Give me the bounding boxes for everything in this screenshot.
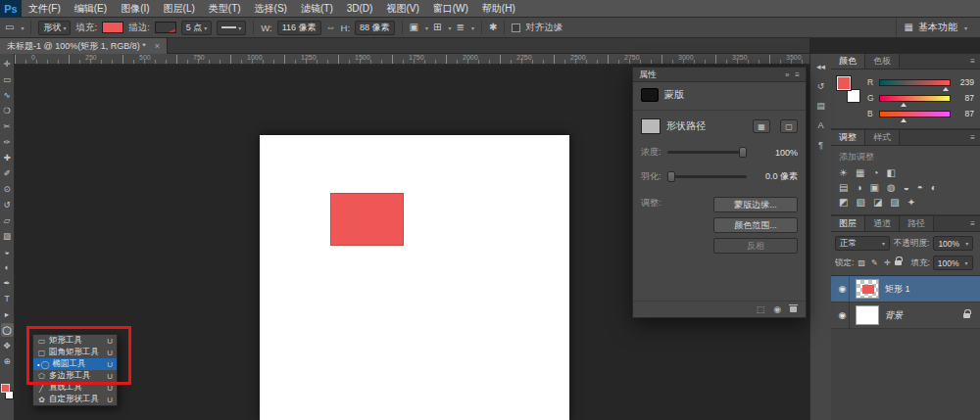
lock-pixels-icon[interactable]: ✎ (869, 258, 879, 267)
panel-menu-icon[interactable]: ≡ (965, 133, 980, 142)
height-input[interactable]: 88 像素 (355, 21, 395, 35)
red-rectangle-shape[interactable] (330, 193, 404, 246)
stroke-type-dropdown[interactable]: ▾ (217, 21, 246, 35)
adjustment-icon[interactable]: ▦ (856, 168, 864, 178)
color-range-button[interactable]: 颜色范围... (713, 217, 798, 233)
invert-button[interactable]: 反相 (713, 238, 798, 254)
menu-item[interactable]: 滤镜(T) (294, 0, 340, 17)
add-vector-mask-button[interactable]: ▢ (780, 119, 798, 133)
type-tool[interactable]: T (1, 292, 14, 305)
toggle-mask-eye-icon[interactable]: ◉ (773, 304, 781, 314)
ellipse-tool[interactable]: ◯ (1, 323, 14, 337)
visibility-eye-icon[interactable]: ◉ (836, 276, 850, 302)
tab-adjustments[interactable]: 调整 (831, 130, 865, 145)
adjustment-icon[interactable]: ▤ (839, 183, 848, 193)
feather-slider[interactable] (667, 175, 747, 178)
adjustment-icon[interactable]: ✦ (907, 198, 915, 208)
adjustment-icon[interactable]: ◐ (931, 183, 937, 193)
green-channel-value[interactable]: 87 (955, 93, 974, 103)
flyout-item-ellipse-tool[interactable]: • ◯ 椭圆工具 U (33, 358, 117, 370)
fill-dropdown[interactable]: 100% ▾ (933, 256, 973, 270)
layer-row-background[interactable]: ◉ 背景 (831, 303, 980, 329)
adjustment-icon[interactable]: ◪ (873, 198, 882, 208)
eraser-tool[interactable]: ▱ (1, 213, 14, 227)
tool-mode-dropdown[interactable]: 形状 ▾ (38, 21, 71, 35)
foreground-color-swatch[interactable] (1, 384, 10, 393)
align-edges-checkbox[interactable] (512, 23, 520, 32)
opacity-dropdown[interactable]: 100% ▾ (933, 236, 973, 251)
blue-channel-slider[interactable] (879, 111, 951, 117)
lock-position-icon[interactable]: ✛ (882, 258, 892, 267)
mask-edge-button[interactable]: 蒙版边缘... (713, 197, 798, 212)
tab-swatches[interactable]: 色板 (865, 54, 900, 69)
brush-tool[interactable]: ✐ (1, 166, 14, 180)
menu-item[interactable]: 视图(V) (379, 0, 425, 17)
zoom-tool[interactable]: ⊕ (1, 354, 14, 368)
blend-mode-dropdown[interactable]: 正常 ▾ (835, 236, 890, 251)
slider-marker[interactable] (901, 118, 906, 122)
foreground-color-swatch[interactable] (837, 76, 851, 90)
adjustment-icon[interactable]: ◒ (904, 183, 909, 193)
adjustment-icon[interactable]: ◍ (887, 183, 896, 193)
flyout-item-rectangle-tool[interactable]: ▭ 矩形工具 U (33, 335, 117, 347)
color-swatches-pair[interactable] (837, 76, 860, 103)
layer-thumbnail[interactable] (856, 305, 879, 325)
crop-tool[interactable]: ✂ (1, 119, 14, 133)
path-operations-button[interactable]: ▣ (410, 23, 418, 32)
paragraph-panel-icon[interactable]: ¶ (812, 136, 830, 153)
move-tool[interactable]: ✛ (1, 57, 14, 70)
menu-item[interactable]: 3D(D) (340, 0, 380, 17)
tab-styles[interactable]: 样式 (865, 130, 900, 145)
history-panel-icon[interactable]: ↺ (812, 77, 830, 94)
blur-tool[interactable]: ◒ (1, 245, 14, 258)
red-channel-slider[interactable] (879, 79, 951, 86)
menu-item[interactable]: 选择(S) (248, 0, 294, 17)
red-channel-value[interactable]: 239 (955, 77, 974, 87)
history-brush-tool[interactable]: ↺ (1, 198, 14, 211)
adjustment-icon[interactable]: ☀ (839, 168, 848, 178)
gradient-tool[interactable]: ▨ (1, 229, 14, 243)
blue-channel-value[interactable]: 87 (955, 109, 974, 118)
tool-preset-icon[interactable]: ▭ (5, 23, 14, 32)
path-selection-tool[interactable]: ▸ (1, 307, 14, 321)
lock-all-icon[interactable] (895, 260, 902, 265)
density-slider-knob[interactable] (739, 147, 747, 158)
stroke-width-dropdown[interactable]: 5 点 ▾ (181, 21, 213, 35)
flyout-item-polygon-tool[interactable]: ⬠ 多边形工具 U (33, 370, 117, 382)
link-dimensions-icon[interactable]: ⇔ (326, 23, 336, 32)
clone-stamp-tool[interactable]: ⊙ (1, 182, 14, 196)
document-canvas[interactable] (260, 135, 569, 420)
menu-item[interactable]: 图像(I) (114, 0, 156, 17)
adjustment-icon[interactable]: ◩ (839, 198, 848, 208)
close-icon[interactable]: × (155, 41, 160, 51)
green-channel-slider[interactable] (879, 95, 951, 102)
menu-item[interactable]: 图层(L) (157, 0, 202, 17)
visibility-eye-icon[interactable]: ◉ (836, 303, 850, 328)
flyout-item-rounded-rectangle-tool[interactable]: ▢ 圆角矩形工具 U (33, 347, 117, 358)
hand-tool[interactable]: ✥ (1, 339, 14, 352)
fill-color-swatch[interactable] (102, 22, 123, 33)
adjustment-icon[interactable]: ◔ (872, 168, 878, 178)
character-panel-icon[interactable]: A (812, 117, 830, 133)
rectangular-marquee-tool[interactable]: ▭ (1, 72, 14, 86)
dodge-tool[interactable]: ◐ (1, 260, 14, 274)
adjustment-icon[interactable]: ◓ (917, 183, 923, 193)
tool-preset-dropdown-arrow[interactable]: ▾ (21, 24, 24, 31)
adjustment-icon[interactable]: ◧ (886, 168, 895, 178)
quick-selection-tool[interactable]: ❍ (1, 104, 14, 117)
menu-item[interactable]: 类型(T) (202, 0, 248, 17)
expand-panels-icon[interactable]: ◂◂ (812, 58, 830, 74)
path-arrangement-button[interactable]: ≣ (456, 23, 464, 32)
panel-menu-icon[interactable]: ≡ (965, 57, 980, 66)
workspace-switcher[interactable]: ▦ 基本功能 ▾ (896, 18, 975, 37)
lasso-tool[interactable]: ∿ (1, 88, 14, 102)
adjustment-icon[interactable]: ▨ (890, 198, 899, 208)
gear-icon[interactable]: ✱ (489, 23, 497, 32)
flyout-item-custom-shape-tool[interactable]: ✿ 自定形状工具 U (33, 394, 117, 405)
adjustment-icon[interactable]: ◑ (856, 183, 861, 193)
flyout-item-line-tool[interactable]: ╱ 直线工具 U (33, 382, 117, 394)
slider-marker[interactable] (943, 87, 949, 91)
eyedropper-tool[interactable]: ✑ (1, 135, 14, 149)
slider-marker[interactable] (901, 103, 906, 107)
menu-item[interactable]: 编辑(E) (68, 0, 114, 17)
